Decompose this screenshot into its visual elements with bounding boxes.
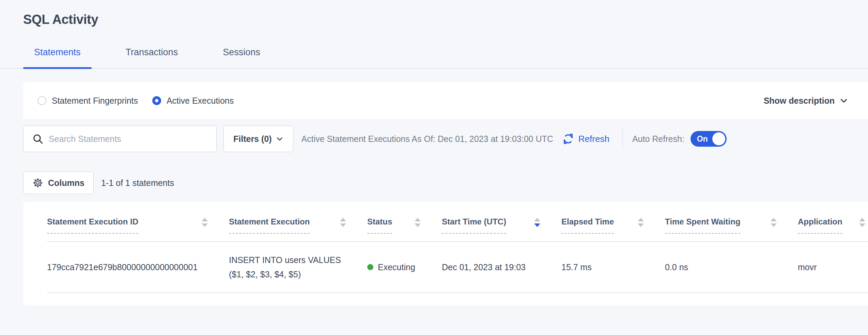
refresh-button[interactable]: Refresh [562,133,609,145]
as-of-timestamp: Active Statement Executions As Of: Dec 0… [301,134,553,144]
auto-refresh-toggle[interactable]: On [691,131,727,147]
columns-button[interactable]: Columns [23,172,94,194]
refresh-icon [562,133,574,145]
radio-label: Active Executions [167,96,234,106]
controls-row: Filters (0) Active Statement Executions … [23,125,868,152]
column-header-status[interactable]: Status [367,217,442,234]
sort-icon[interactable] [339,217,347,228]
chevron-down-icon [839,96,848,105]
columns-label: Columns [48,178,84,188]
column-header-start-time[interactable]: Start Time (UTC) [442,217,561,234]
table-row[interactable]: 179cca7921e679b80000000000000001 INSERT … [47,242,868,293]
cell-start-time: Dec 01, 2023 at 19:03 [442,262,561,272]
show-description-label: Show description [764,96,835,106]
cell-time-spent-waiting: 0.0 ns [665,262,798,272]
search-icon [32,133,44,145]
tab-sessions[interactable]: Sessions [212,47,271,68]
column-header-statement-execution[interactable]: Statement Execution [229,217,367,234]
radio-active-executions[interactable]: Active Executions [152,96,234,106]
page-title: SQL Activity [23,12,868,27]
view-mode-card: Statement Fingerprints Active Executions… [23,82,868,119]
status-label: Executing [378,262,415,272]
sort-icon[interactable] [770,217,777,228]
sql-activity-tabs: Statements Transactions Sessions [0,47,868,69]
cell-application: movr [798,262,868,272]
tab-statements[interactable]: Statements [23,47,92,68]
cell-elapsed-time: 15.7 ms [561,262,665,272]
radio-unselected-icon[interactable] [37,96,46,105]
view-mode-radio-group: Statement Fingerprints Active Executions [37,96,234,106]
table-header-row: Statement Execution ID Statement Executi… [47,217,868,234]
vertical-divider [622,128,623,150]
radio-label: Statement Fingerprints [52,96,138,106]
sort-icon[interactable] [858,217,866,228]
auto-refresh-label: Auto Refresh: [632,134,684,144]
column-header-statement-execution-id[interactable]: Statement Execution ID [47,217,229,234]
sort-icon[interactable] [201,217,208,228]
chevron-down-icon [276,135,283,143]
sort-icon[interactable] [533,217,541,228]
column-header-time-spent-waiting[interactable]: Time Spent Waiting [665,217,798,234]
sort-icon[interactable] [414,217,421,228]
column-header-elapsed-time[interactable]: Elapsed Time [561,217,665,234]
column-header-application[interactable]: Application [798,217,868,234]
cell-statement[interactable]: INSERT INTO users VALUES ($1, $2, $3, $4… [229,253,367,281]
status-dot-icon [367,264,373,270]
show-description-toggle[interactable]: Show description [764,96,848,106]
cell-execution-id[interactable]: 179cca7921e679b80000000000000001 [47,262,229,272]
statements-table-card: Statement Execution ID Statement Executi… [23,202,868,305]
gear-icon [32,177,43,188]
toggle-knob[interactable] [712,132,725,145]
radio-statement-fingerprints[interactable]: Statement Fingerprints [37,96,138,106]
filters-button[interactable]: Filters (0) [223,126,293,152]
search-input[interactable] [23,126,217,152]
refresh-label: Refresh [578,134,609,144]
cell-status: Executing [367,262,442,272]
toggle-state-label: On [697,134,708,144]
results-count: 1-1 of 1 statements [101,178,174,188]
table-toolbar: Columns 1-1 of 1 statements [23,172,868,194]
radio-selected-icon[interactable] [152,96,161,105]
tab-transactions[interactable]: Transactions [115,47,189,68]
filters-label: Filters (0) [233,134,272,144]
sort-icon[interactable] [637,217,645,228]
search-box [23,126,217,152]
